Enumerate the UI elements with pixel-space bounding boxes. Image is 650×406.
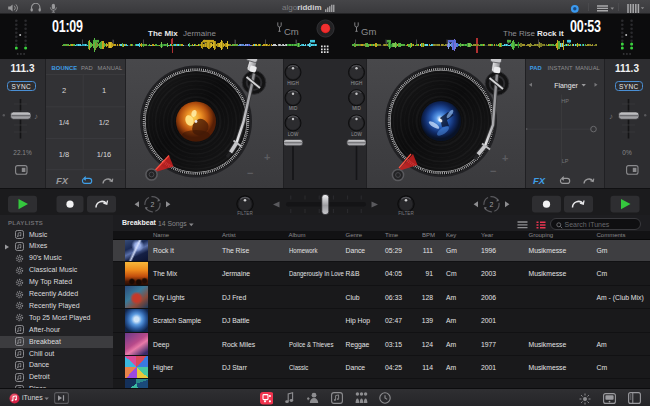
svg-text:+: + [264,151,270,163]
svg-text:1/2: 1/2 [99,118,109,127]
svg-text:LOW: LOW [351,132,362,137]
svg-text:HIGH: HIGH [287,81,298,86]
svg-text:Flanger: Flanger [554,82,578,90]
svg-text:−: − [247,167,253,179]
svg-text:2: 2 [151,201,155,208]
svg-text:−: − [490,165,496,177]
svg-text:1/8: 1/8 [59,150,69,159]
svg-text:LOW: LOW [288,132,299,137]
svg-text:FX: FX [533,175,546,186]
svg-text:♪: ♪ [34,112,38,121]
svg-text:MID: MID [289,106,298,111]
svg-text:+: + [502,152,508,164]
svg-text:1/16: 1/16 [97,150,112,159]
svg-text:LP: LP [562,158,569,164]
svg-text:FX: FX [56,175,69,186]
svg-text:1: 1 [102,86,106,95]
svg-text:1/4: 1/4 [59,118,69,127]
svg-text:MID: MID [352,106,361,111]
svg-text:HP: HP [561,98,569,104]
svg-text:♪: ♪ [609,112,613,121]
svg-text:2: 2 [62,86,66,95]
svg-text:2: 2 [490,201,494,208]
svg-text:HIGH: HIGH [351,81,362,86]
